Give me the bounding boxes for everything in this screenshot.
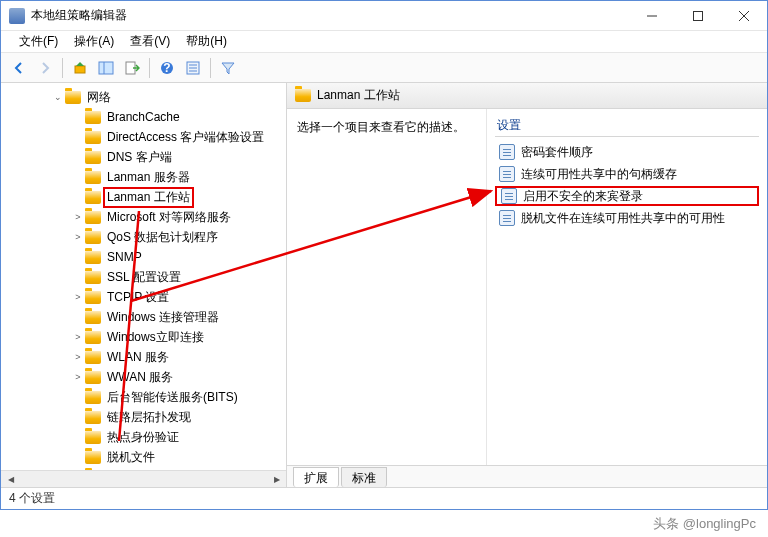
details-pane: Lanman 工作站 选择一个项目来查看它的描述。 设置 密码套件顺序连续可用性… xyxy=(287,83,767,487)
tree-node[interactable]: Windows 连接管理器 xyxy=(1,307,286,327)
minimize-button[interactable] xyxy=(629,1,675,30)
tree-node-label: QoS 数据包计划程序 xyxy=(105,228,220,247)
tree-node[interactable]: >Microsoft 对等网络服务 xyxy=(1,207,286,227)
tree-node[interactable]: DNS 客户端 xyxy=(1,147,286,167)
tree-node-label: SNMP xyxy=(105,249,144,265)
tree-node-label: BranchCache xyxy=(105,109,182,125)
chevron-right-icon[interactable]: > xyxy=(71,350,85,364)
details-body: 选择一个项目来查看它的描述。 设置 密码套件顺序连续可用性共享中的句柄缓存启用不… xyxy=(287,109,767,465)
tree-view[interactable]: ⌄网络BranchCacheDirectAccess 客户端体验设置DNS 客户… xyxy=(1,83,286,470)
setting-label: 启用不安全的来宾登录 xyxy=(523,188,643,205)
tree-node-label: 脱机文件 xyxy=(105,448,157,467)
folder-icon xyxy=(85,431,101,444)
settings-list: 密码套件顺序连续可用性共享中的句柄缓存启用不安全的来宾登录脱机文件在连续可用性共… xyxy=(495,141,759,229)
setting-label: 连续可用性共享中的句柄缓存 xyxy=(521,166,677,183)
menu-help[interactable]: 帮助(H) xyxy=(178,31,235,52)
help-button[interactable]: ? xyxy=(155,56,179,80)
tab-standard[interactable]: 标准 xyxy=(341,467,387,487)
svg-rect-2 xyxy=(99,62,113,74)
tab-extended[interactable]: 扩展 xyxy=(293,467,339,487)
tree-node[interactable]: BranchCache xyxy=(1,107,286,127)
chevron-down-icon[interactable]: ⌄ xyxy=(51,90,65,104)
menu-view[interactable]: 查看(V) xyxy=(122,31,178,52)
setting-item[interactable]: 脱机文件在连续可用性共享中的可用性 xyxy=(495,207,759,229)
tree-node-label: 链路层拓扑发现 xyxy=(105,408,193,427)
tree-node[interactable]: >WLAN 服务 xyxy=(1,347,286,367)
folder-icon xyxy=(85,131,101,144)
folder-icon xyxy=(295,89,311,102)
scroll-left-arrow[interactable]: ◀ xyxy=(3,473,18,486)
settings-column: 设置 密码套件顺序连续可用性共享中的句柄缓存启用不安全的来宾登录脱机文件在连续可… xyxy=(487,109,767,465)
policy-icon xyxy=(499,210,515,226)
policy-icon xyxy=(501,188,517,204)
tree-node[interactable]: >Windows立即连接 xyxy=(1,327,286,347)
folder-icon xyxy=(85,331,101,344)
menu-action[interactable]: 操作(A) xyxy=(66,31,122,52)
tree-node[interactable]: >TCPIP 设置 xyxy=(1,287,286,307)
tree-node-label: TCPIP 设置 xyxy=(105,288,171,307)
close-button[interactable] xyxy=(721,1,767,30)
folder-icon xyxy=(85,411,101,424)
menu-bar: 文件(F) 操作(A) 查看(V) 帮助(H) xyxy=(1,31,767,53)
tree-pane: ⌄网络BranchCacheDirectAccess 客户端体验设置DNS 客户… xyxy=(1,83,287,487)
tree-node-label: WLAN 服务 xyxy=(105,348,171,367)
tree-node[interactable]: Lanman 工作站 xyxy=(1,187,286,207)
folder-icon xyxy=(85,351,101,364)
toolbar: ? xyxy=(1,53,767,83)
scroll-right-arrow[interactable]: ▶ xyxy=(269,473,284,486)
tree-node-label: Windows立即连接 xyxy=(105,328,206,347)
chevron-right-icon[interactable]: > xyxy=(71,370,85,384)
toolbar-separator xyxy=(62,58,63,78)
tree-horizontal-scrollbar[interactable]: ◀ ▶ xyxy=(1,470,286,487)
tree-node[interactable]: Lanman 服务器 xyxy=(1,167,286,187)
tree-node[interactable]: DirectAccess 客户端体验设置 xyxy=(1,127,286,147)
folder-icon xyxy=(85,371,101,384)
chevron-right-icon[interactable]: > xyxy=(71,330,85,344)
setting-label: 脱机文件在连续可用性共享中的可用性 xyxy=(521,210,725,227)
tree-node[interactable]: 脱机文件 xyxy=(1,447,286,467)
chevron-right-icon[interactable]: > xyxy=(71,230,85,244)
tree-node-label: Lanman 工作站 xyxy=(103,187,194,208)
folder-icon xyxy=(85,391,101,404)
tree-node[interactable]: SSL 配置设置 xyxy=(1,267,286,287)
tree-node[interactable]: >WWAN 服务 xyxy=(1,367,286,387)
tree-node-network[interactable]: ⌄网络 xyxy=(1,87,286,107)
tree-node[interactable]: 链路层拓扑发现 xyxy=(1,407,286,427)
content-body: ⌄网络BranchCacheDirectAccess 客户端体验设置DNS 客户… xyxy=(1,83,767,487)
folder-icon xyxy=(85,231,101,244)
details-header-title: Lanman 工作站 xyxy=(317,87,400,104)
tree-node-label: WWAN 服务 xyxy=(105,368,175,387)
show-hide-tree-button[interactable] xyxy=(94,56,118,80)
setting-item[interactable]: 密码套件顺序 xyxy=(495,141,759,163)
chevron-right-icon[interactable]: > xyxy=(71,210,85,224)
status-bar: 4 个设置 xyxy=(1,487,767,509)
toolbar-separator xyxy=(210,58,211,78)
app-icon xyxy=(9,8,25,24)
filter-button[interactable] xyxy=(216,56,240,80)
maximize-button[interactable] xyxy=(675,1,721,30)
settings-column-header[interactable]: 设置 xyxy=(495,117,759,137)
tree-node[interactable]: 热点身份验证 xyxy=(1,427,286,447)
setting-item[interactable]: 启用不安全的来宾登录 xyxy=(495,186,759,206)
svg-rect-1 xyxy=(75,66,85,73)
menu-file[interactable]: 文件(F) xyxy=(11,31,66,52)
forward-button[interactable] xyxy=(33,56,57,80)
folder-icon xyxy=(85,211,101,224)
export-list-button[interactable] xyxy=(120,56,144,80)
properties-button[interactable] xyxy=(181,56,205,80)
tree-node[interactable]: SNMP xyxy=(1,247,286,267)
chevron-right-icon[interactable]: > xyxy=(71,290,85,304)
tree-node-label: DNS 客户端 xyxy=(105,148,174,167)
svg-text:?: ? xyxy=(163,61,170,75)
policy-icon xyxy=(499,166,515,182)
folder-icon xyxy=(85,111,101,124)
tree-node[interactable]: 后台智能传送服务(BITS) xyxy=(1,387,286,407)
back-button[interactable] xyxy=(7,56,31,80)
svg-rect-0 xyxy=(694,11,703,20)
folder-icon xyxy=(85,291,101,304)
tree-node-label: Microsoft 对等网络服务 xyxy=(105,208,233,227)
tree-node[interactable]: >QoS 数据包计划程序 xyxy=(1,227,286,247)
setting-item[interactable]: 连续可用性共享中的句柄缓存 xyxy=(495,163,759,185)
up-button[interactable] xyxy=(68,56,92,80)
folder-icon xyxy=(85,151,101,164)
